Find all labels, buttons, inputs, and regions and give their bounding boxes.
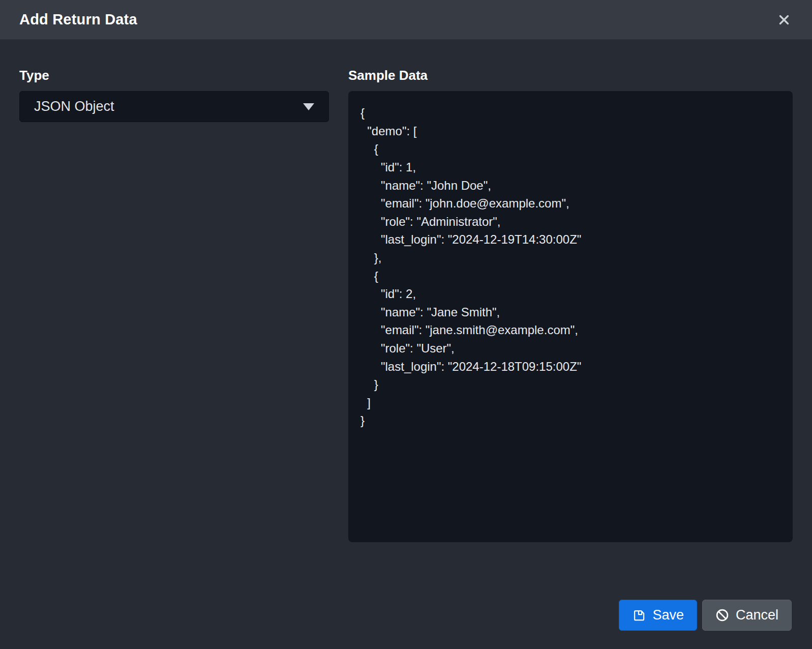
cancel-button-label: Cancel bbox=[736, 607, 778, 623]
chevron-down-icon bbox=[303, 103, 314, 110]
ban-icon bbox=[715, 608, 729, 622]
cancel-button[interactable]: Cancel bbox=[702, 600, 792, 631]
modal-title: Add Return Data bbox=[19, 11, 137, 28]
add-return-data-modal: Add Return Data Type JSON Object Sample … bbox=[0, 0, 812, 649]
type-section: Type JSON Object bbox=[19, 68, 329, 542]
modal-body: Type JSON Object Sample Data { "demo": [… bbox=[0, 40, 812, 542]
sample-data-label: Sample Data bbox=[348, 68, 793, 83]
save-button-label: Save bbox=[652, 607, 684, 623]
save-button[interactable]: Save bbox=[619, 600, 697, 631]
sample-data-section: Sample Data { "demo": [ { "id": 1, "name… bbox=[348, 68, 793, 542]
type-select[interactable]: JSON Object bbox=[19, 91, 329, 122]
close-button[interactable] bbox=[775, 11, 793, 28]
sample-data-input[interactable]: { "demo": [ { "id": 1, "name": "John Doe… bbox=[348, 91, 793, 542]
save-icon bbox=[632, 608, 646, 622]
type-select-value: JSON Object bbox=[34, 99, 114, 114]
modal-header: Add Return Data bbox=[0, 0, 812, 40]
type-label: Type bbox=[19, 68, 329, 83]
modal-footer: Save Cancel bbox=[0, 600, 812, 631]
close-icon bbox=[778, 14, 790, 26]
